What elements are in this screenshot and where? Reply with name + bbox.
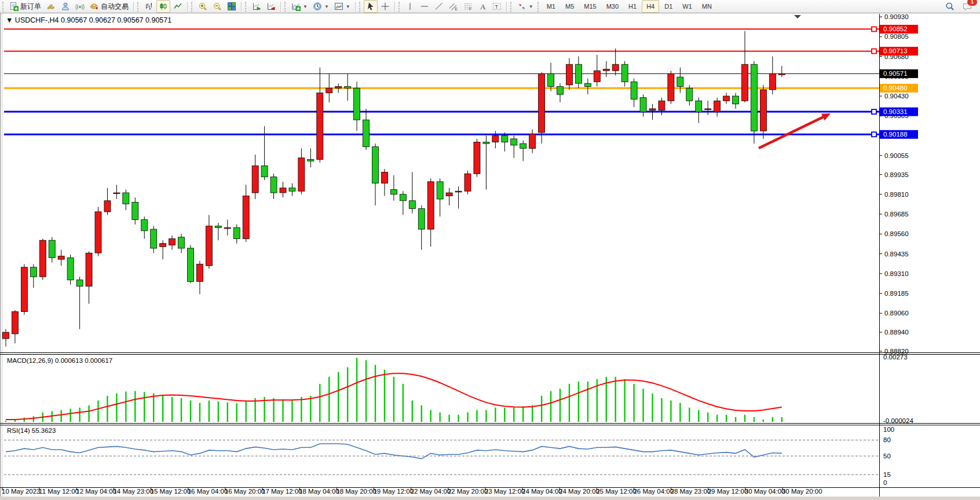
level-handle[interactable] xyxy=(872,49,876,53)
price-tick-label: 0.90055 xyxy=(884,152,909,159)
svg-text:0.90852: 0.90852 xyxy=(883,25,908,32)
time-tick-label: 26 May 04:00 xyxy=(633,488,674,495)
price-badge-0.90331: 0.90331 xyxy=(880,108,918,116)
toolbar-grip xyxy=(359,2,362,12)
time-tick-label: 24 May 04:00 xyxy=(522,488,562,495)
zoom-out-button[interactable] xyxy=(210,0,224,13)
templates-button[interactable]: ▼ xyxy=(332,0,353,13)
horizontal-line-button[interactable] xyxy=(418,0,432,13)
autotrading-button[interactable]: 自动交易 xyxy=(87,0,131,13)
tile-windows-icon xyxy=(227,2,236,11)
time-tick-label: 22 May 04:00 xyxy=(411,488,451,495)
toolbar-separator xyxy=(355,2,356,12)
svg-text:0.90480: 0.90480 xyxy=(883,84,908,91)
trendline-button[interactable] xyxy=(432,0,446,13)
periods-button[interactable]: ▼ xyxy=(310,0,331,13)
timeframe-m5-button[interactable]: M5 xyxy=(561,0,579,13)
crosshair-button[interactable] xyxy=(378,0,392,13)
fibo-icon: F xyxy=(463,2,473,11)
notifications-button[interactable]: 1 xyxy=(960,0,974,13)
svg-text:0.90713: 0.90713 xyxy=(883,47,908,54)
level-handle[interactable] xyxy=(872,109,876,114)
candle xyxy=(67,255,74,285)
timeframe-m30-button[interactable]: M30 xyxy=(602,0,623,13)
auto-scroll-button[interactable] xyxy=(250,0,264,13)
toolbar-separator xyxy=(506,2,507,12)
candle xyxy=(465,171,471,194)
timeframe-h4-button[interactable]: H4 xyxy=(642,0,659,13)
signal-icon xyxy=(75,2,85,11)
indicators-button[interactable]: ▼ xyxy=(289,0,310,13)
timeframe-m15-button[interactable]: M15 xyxy=(579,0,601,13)
candle-chart-button[interactable] xyxy=(156,0,170,13)
signals-button[interactable] xyxy=(73,0,87,13)
new-order-button[interactable]: 新订单 xyxy=(7,0,43,13)
level-handle[interactable] xyxy=(872,132,876,137)
notification-badge: 1 xyxy=(967,0,978,6)
timeframe-m1-button[interactable]: M1 xyxy=(542,0,560,13)
text-button[interactable]: A xyxy=(476,0,489,13)
level-handle[interactable] xyxy=(872,27,876,31)
price-badge-0.90188: 0.90188 xyxy=(880,130,918,139)
rsi-title: RSI(14) 55.3623 xyxy=(7,427,56,434)
price-tick-label: 0.89185 xyxy=(884,290,909,297)
time-tick-label: 22 May 20:00 xyxy=(448,488,488,495)
text-a-icon: A xyxy=(478,2,487,11)
community-button[interactable] xyxy=(58,0,72,13)
zoom-out-icon xyxy=(213,2,222,11)
search-button[interactable] xyxy=(943,0,957,13)
price-tick-label: 0.89310 xyxy=(884,270,909,277)
time-tick-label: 28 May 23:00 xyxy=(671,488,711,495)
price-tick-label: 0.90430 xyxy=(884,93,909,100)
time-tick-label: 24 May 20:00 xyxy=(559,488,599,495)
time-tick-label: 17 May 12:00 xyxy=(262,488,302,495)
chart-shift-icon xyxy=(266,2,276,11)
candle xyxy=(668,71,674,104)
chart-canvas[interactable]: 0.909300.908050.906800.905550.904300.903… xyxy=(0,0,980,500)
candle xyxy=(95,207,101,256)
market-button[interactable] xyxy=(44,0,58,13)
arrows-button[interactable]: ▼ xyxy=(515,0,536,13)
cursor-button[interactable] xyxy=(364,0,378,13)
toolbar-grip xyxy=(537,2,540,12)
template-icon xyxy=(334,2,343,11)
rsi-axis-label: 100 xyxy=(883,426,894,433)
timeframe-w1-button[interactable]: W1 xyxy=(678,0,697,13)
rsi-axis-label: 0 xyxy=(883,479,887,486)
time-tick-label: 18 May 04:00 xyxy=(299,488,339,495)
candlestick-icon xyxy=(159,2,168,11)
svg-text:E: E xyxy=(455,7,458,11)
tile-windows-button[interactable] xyxy=(225,0,239,13)
chevron-down-icon: ▼ xyxy=(303,4,308,9)
timeframe-h1-button[interactable]: H1 xyxy=(624,0,641,13)
svg-text:T: T xyxy=(495,4,498,10)
time-tick-label: 19 May 12:00 xyxy=(373,488,414,495)
crosshair-icon xyxy=(381,2,390,11)
bar-chart-button[interactable] xyxy=(142,0,156,13)
equidistant-channel-button[interactable]: E xyxy=(447,0,460,13)
svg-text:0.90188: 0.90188 xyxy=(883,131,908,138)
toolbar: 新订单自动交易▼▼▼EFAT▼M1M5M15M30H1H4D1W1MN1 xyxy=(0,0,980,13)
svg-text:0.90571: 0.90571 xyxy=(883,70,908,77)
line-chart-button[interactable] xyxy=(171,0,185,13)
timeframe-d1-button[interactable]: D1 xyxy=(660,0,677,13)
time-tick-label: 16 May 20:00 xyxy=(225,488,265,495)
time-tick-label: 18 May 20:00 xyxy=(336,488,376,495)
vertical-line-button[interactable] xyxy=(403,0,417,13)
gold-icon xyxy=(46,2,56,11)
zoom-in-button[interactable] xyxy=(196,0,210,13)
toolbar-grip xyxy=(191,2,194,12)
timeframe-mn-button[interactable]: MN xyxy=(697,0,716,13)
toolbar-separator xyxy=(187,2,188,12)
channel-icon: E xyxy=(449,2,458,11)
trendline-icon xyxy=(434,2,444,11)
current-price-badge: 0.90571 xyxy=(880,69,918,78)
time-tick-label: 23 May 12:00 xyxy=(485,488,525,495)
fibonacci-button[interactable]: F xyxy=(461,0,475,13)
price-tick-label: 0.89560 xyxy=(884,230,909,237)
chart-shift-button[interactable] xyxy=(264,0,278,13)
autotrading-icon xyxy=(90,2,99,11)
candle xyxy=(474,139,480,177)
text-label-button[interactable]: T xyxy=(490,0,504,13)
candle xyxy=(39,239,46,280)
